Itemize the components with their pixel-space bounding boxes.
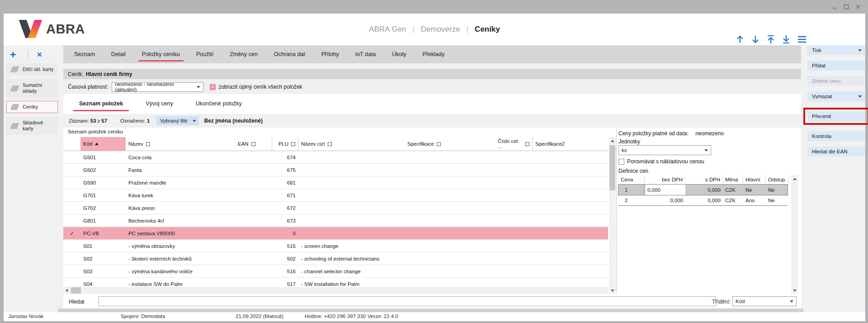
selected-filter-button[interactable]: Vybraný filtr: [156,116,198,125]
record-bar: Záznam: 53 z 57 Označeno: 1 Vybraný filt… [63,114,801,128]
sidebar-toolbar: + ✕ [6,49,57,61]
search-input[interactable] [99,296,716,306]
validity-select[interactable]: neomezeno - neomezeno (aktuální) [112,82,203,92]
minimize-icon[interactable] [831,3,838,10]
column-header-specifikace2[interactable]: Specifikace2 [533,137,608,151]
navigate-first-icon[interactable] [766,34,776,44]
price-column-header-cena[interactable]: Cena [618,175,645,184]
sidebar-item-dilci-skl-karty[interactable]: Dílčí skl. karty [6,63,58,76]
table-row[interactable]: ✓PC-VBPC sestava VB90000 [63,227,608,240]
column-header-kod[interactable]: Kód [80,137,126,151]
column-label: Název [128,141,143,147]
table-row[interactable]: G501Coca cola674 [63,151,608,164]
action-button-vymazat[interactable]: Vymazat [807,91,865,101]
cell-kod: G701 [80,189,126,201]
scroll-left-icon[interactable] [63,287,70,294]
column-header-ean[interactable]: EAN [235,137,272,151]
table-row[interactable]: S03- výměna kanálového voliče516- channe… [63,265,608,278]
tab-ochrana-dat[interactable]: Ochrana dat [266,45,313,63]
tab-preklady[interactable]: Překlady [415,45,453,63]
action-button-label: Kontrola [812,133,831,139]
navigate-up-icon[interactable] [735,34,745,44]
scrollbar-thumb[interactable] [609,145,615,190]
action-button-pridat[interactable]: Přidat [807,61,865,71]
navigate-down-icon[interactable] [750,34,760,44]
table-row[interactable]: G801Becherovka 4cl673 [63,214,608,227]
scrollbar-thumb[interactable] [71,287,81,294]
price-panel-vertical-scrollbar[interactable] [791,175,798,294]
action-button-label: Vymazat [812,94,832,99]
chevron-down-icon [790,300,793,303]
sorting-select[interactable]: Kód [732,296,797,306]
row-selected-check-icon [63,189,80,201]
dropdown-arrow-icon [858,49,862,52]
cell-nazev-cizi [298,176,405,189]
tab-seznam[interactable]: Seznam [66,45,103,63]
price-column-header-s-dph[interactable]: s DPH [685,175,723,184]
cell-kod: G702 [80,202,126,214]
close-icon[interactable]: ✕ [37,51,42,59]
price-row[interactable]: 20,0000,000CZKAnoNe [618,195,788,206]
price-column-header-bez-dph[interactable]: bez DPH [645,175,685,184]
row-selected-check-icon [63,202,80,214]
units-select[interactable]: ks [618,145,711,155]
items-vertical-scrollbar[interactable] [609,137,616,294]
tab-ukoly[interactable]: Úkoly [384,45,414,63]
action-button-precenit[interactable]: Přecenit [807,111,865,121]
maximize-icon[interactable] [843,3,850,10]
tab-prilohy[interactable]: Přílohy [313,45,347,63]
column-header-cislo-cel[interactable]: Číslo cel. ... [495,137,533,151]
scroll-up-icon[interactable] [609,137,616,144]
column-header-plu[interactable]: PLU [272,137,298,151]
price-column-header-odstup[interactable]: Odstup. [766,175,789,184]
compare-cost-price-checkbox[interactable] [618,159,624,165]
column-header-specifikace[interactable]: Specifikace [405,137,495,151]
price-definitions-table: Cenabez DPHs DPHMěnaHlavníOdstup. 10,000… [618,175,788,206]
table-row[interactable]: G590Pražené mandle681 [63,176,608,189]
tab-detail[interactable]: Detail [103,45,134,63]
subtab-seznam-polozek[interactable]: Seznam položek [68,96,134,112]
sidebar-item-skladove-karty[interactable]: Skladové karty [6,117,58,135]
items-horizontal-scrollbar[interactable] [63,287,608,294]
cell-kod: S03 [80,265,126,277]
sidebar-item-ceniky[interactable]: Ceníky [6,101,58,113]
tab-iot-data[interactable]: IoT data [347,45,384,63]
sidebar-item-sumacni-sklady[interactable]: Sumační sklady [6,79,58,97]
price-row[interactable]: 10,0000,000CZKNeNe [618,185,788,195]
scroll-up-icon[interactable] [791,175,798,182]
subtab-ukoncene-polozky[interactable]: Ukončené položky [184,96,253,112]
tab-polozky-ceniku[interactable]: Položky ceníku [134,45,188,63]
navigate-last-icon[interactable] [781,34,791,44]
table-row[interactable]: S01- výměna obrazovky515- screen change [63,240,608,252]
filter-square-icon [328,142,332,146]
table-row[interactable]: S02- školení externích techniků502- scho… [63,252,608,265]
filter-square-icon [251,142,255,146]
subtab-vyvoj-ceny[interactable]: Vývoj ceny [134,96,184,112]
scroll-down-icon[interactable] [609,287,616,294]
table-row[interactable]: G502Fanta675 [63,164,608,176]
add-icon[interactable]: + [6,50,28,60]
column-header-nazev-cizi[interactable]: Název cizí [298,137,405,151]
record-label: Záznam: [69,118,89,124]
show-full-pricelist-checkbox[interactable]: ✓ [210,84,216,90]
scroll-down-icon[interactable] [791,287,798,294]
column-header-nazev[interactable]: Název [126,137,235,151]
tab-zmeny-cen[interactable]: Změny cen [222,45,266,63]
price-cell-bez-dph[interactable]: 0,000 [645,185,685,195]
column-label: Specifikace [407,141,434,147]
action-button-tisk[interactable]: Tisk [807,45,865,55]
parallelogram-icon [10,66,19,72]
window-titlebar [0,0,868,14]
action-button-kontrola[interactable]: Kontrola [807,131,865,141]
cell-nazev: - výměna kanálového voliče [126,265,235,277]
cell-plu: 672 [272,202,298,214]
table-row[interactable]: G702Káva preso672 [63,202,608,214]
menu-icon[interactable] [797,34,807,44]
close-icon[interactable] [854,3,862,10]
row-selected-check-icon [63,164,80,176]
tab-pouziti[interactable]: Použití [188,45,222,63]
table-row[interactable]: G701Káva turek671 [63,189,608,202]
price-column-header-hlavni[interactable]: Hlavní [743,175,766,184]
price-column-header-mena[interactable]: Měna [723,175,743,184]
action-button-hledat-dle-ean[interactable]: Hledat dle EAN [807,147,865,157]
